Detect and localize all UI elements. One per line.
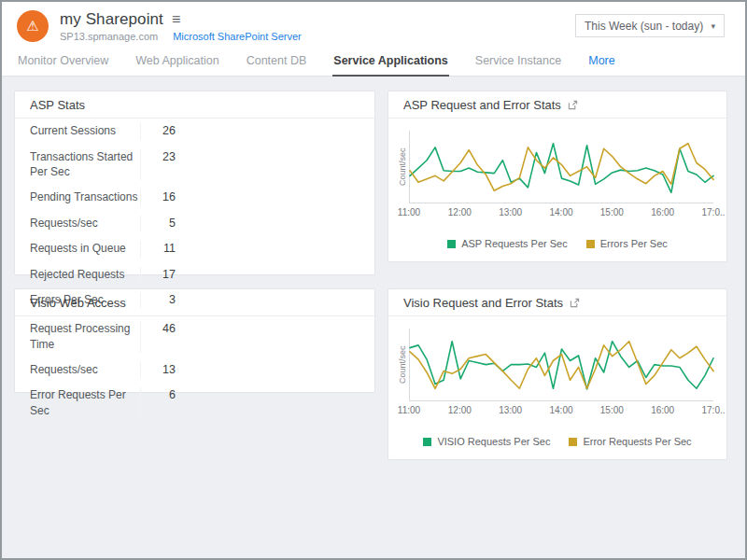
- legend-label: VISIO Requests Per Sec: [437, 436, 550, 447]
- visio-request-error-chart-card: Visio Request and Error Stats Count/sec …: [388, 288, 727, 460]
- stat-label: Requests/sec: [30, 216, 140, 232]
- stat-label: Error Requests Per Sec: [30, 387, 140, 419]
- visio-chart-title: Visio Request and Error Stats: [403, 296, 563, 310]
- tab-more[interactable]: More: [587, 46, 615, 76]
- x-tick-label: 17:0..: [701, 405, 725, 415]
- x-tick-label: 15:00: [600, 405, 624, 415]
- stat-row: Pending Transactions16: [15, 185, 374, 211]
- x-tick-label: 14:00: [549, 207, 572, 217]
- charts-column: ASP Request and Error Stats Count/sec 11…: [388, 91, 727, 460]
- stat-label: Rejected Requests: [30, 267, 140, 284]
- dashboard-content: ASP Stats Current Sessions26Transactions…: [2, 77, 745, 474]
- chevron-down-icon: ▾: [711, 21, 715, 31]
- x-tick-label: 17:0..: [701, 207, 725, 217]
- stat-label: Current Sessions: [30, 123, 140, 140]
- stat-value: 46: [140, 321, 181, 353]
- legend-label: ASP Requests Per Sec: [461, 238, 568, 249]
- visio-chart-legend: VISIO Requests Per SecError Requests Per…: [388, 427, 726, 459]
- app-window: ⚠ my Sharepoint ≡ SP13.spmanage.com Micr…: [0, 0, 747, 560]
- legend-label: Errors Per Sec: [600, 238, 668, 249]
- page-title: my Sharepoint: [60, 10, 163, 29]
- x-tick-label: 16:00: [651, 405, 674, 415]
- stat-value: 11: [140, 241, 181, 258]
- asp-chart-title: ASP Request and Error Stats: [403, 98, 561, 112]
- x-tick-label: 12:00: [448, 405, 472, 415]
- stat-value: 5: [140, 216, 181, 232]
- stat-value: 26: [140, 123, 181, 140]
- tab-service-applications[interactable]: Service Applications: [332, 46, 449, 77]
- asp-stats-table: Current Sessions26Transactions Started P…: [15, 119, 374, 314]
- legend-swatch: [423, 438, 431, 446]
- stat-value: 17: [140, 267, 181, 284]
- x-tick-label: 13:00: [499, 405, 522, 415]
- top-bar: ⚠ my Sharepoint ≡ SP13.spmanage.com Micr…: [2, 2, 745, 46]
- time-range-select[interactable]: This Week (sun - today) ▾: [575, 14, 725, 37]
- legend-swatch: [569, 438, 577, 446]
- monitor-host: SP13.spmanage.com: [60, 31, 158, 42]
- x-tick-label: 12:00: [448, 207, 472, 217]
- stat-value: 23: [140, 149, 181, 181]
- stat-row: Request Processing Time46: [15, 316, 374, 357]
- stat-row: Requests/sec13: [15, 357, 374, 384]
- legend-swatch: [447, 240, 456, 248]
- x-tick-label: 11:00: [398, 207, 420, 217]
- x-tick-label: 14:00: [549, 405, 572, 415]
- legend-label: Error Requests Per Sec: [583, 436, 691, 447]
- legend-item[interactable]: ASP Requests Per Sec: [447, 238, 568, 249]
- asp-chart-legend: ASP Requests Per SecErrors Per Sec: [388, 229, 726, 261]
- alert-triangle-icon: ⚠: [26, 18, 38, 35]
- time-range-value: This Week (sun - today): [585, 20, 703, 33]
- x-tick-label: 16:00: [651, 207, 674, 217]
- asp-stats-title: ASP Stats: [15, 91, 374, 119]
- stat-value: 13: [140, 362, 181, 379]
- tab-bar: Monitor OverviewWeb ApplicationContent D…: [2, 46, 745, 77]
- stat-label: Requests/sec: [30, 362, 140, 379]
- asp-chart-plot-area: Count/sec 11:0012:0013:0014:0015:0016:00…: [388, 119, 726, 220]
- stat-value: 16: [140, 189, 181, 206]
- tab-monitor-overview[interactable]: Monitor Overview: [17, 46, 109, 76]
- legend-item[interactable]: Errors Per Sec: [586, 238, 668, 249]
- stat-row: Transactions Started Per Sec23: [15, 145, 374, 186]
- x-tick-label: 15:00: [600, 207, 624, 217]
- monitor-status-avatar: ⚠: [17, 10, 49, 42]
- legend-item[interactable]: VISIO Requests Per Sec: [423, 436, 550, 447]
- asp-chart-canvas[interactable]: [409, 131, 713, 203]
- visio-chart-x-axis-ticks: 11:0012:0013:0014:0015:0016:0017:0..: [409, 405, 713, 418]
- asp-chart-x-axis-ticks: 11:0012:0013:0014:0015:0016:0017:0..: [409, 207, 713, 220]
- asp-request-error-chart-card: ASP Request and Error Stats Count/sec 11…: [388, 91, 727, 262]
- stat-row: Requests/sec5: [15, 211, 374, 237]
- legend-swatch: [586, 240, 595, 248]
- tab-service-instance[interactable]: Service Instance: [474, 46, 562, 76]
- visio-web-access-card: Visio Web Access Request Processing Time…: [14, 288, 375, 393]
- visio-web-access-table: Request Processing Time46Requests/sec13E…: [15, 316, 374, 424]
- asp-chart-y-axis-label: Count/sec: [396, 131, 409, 203]
- tab-web-application[interactable]: Web Application: [134, 46, 219, 76]
- stats-column: ASP Stats Current Sessions26Transactions…: [14, 91, 375, 460]
- stat-value: 3: [140, 292, 181, 309]
- stat-row: Rejected Requests17: [15, 262, 374, 288]
- external-link-icon[interactable]: [570, 298, 580, 308]
- stat-label: Request Processing Time: [30, 321, 140, 353]
- x-tick-label: 11:00: [398, 405, 420, 415]
- visio-chart-y-axis-label: Count/sec: [396, 329, 409, 401]
- visio-chart-canvas[interactable]: [409, 329, 713, 401]
- asp-stats-card: ASP Stats Current Sessions26Transactions…: [14, 91, 375, 275]
- tab-content-db[interactable]: Content DB: [246, 46, 308, 76]
- visio-chart-plot-area: Count/sec 11:0012:0013:0014:0015:0016:00…: [388, 316, 726, 418]
- hamburger-menu-icon[interactable]: ≡: [172, 12, 180, 27]
- stat-label: Pending Transactions: [30, 189, 140, 206]
- stat-label: Transactions Started Per Sec: [30, 149, 140, 181]
- external-link-icon[interactable]: [568, 100, 578, 110]
- stat-label: Requests in Queue: [30, 241, 140, 258]
- line-series: [410, 144, 713, 191]
- stat-row: Error Requests Per Sec6: [15, 383, 374, 424]
- stat-value: 6: [140, 387, 181, 419]
- sharepoint-server-link[interactable]: Microsoft SharePoint Server: [173, 31, 302, 42]
- stat-row: Requests in Queue11: [15, 236, 374, 262]
- line-series: [410, 342, 713, 389]
- x-tick-label: 13:00: [499, 207, 522, 217]
- legend-item[interactable]: Error Requests Per Sec: [569, 436, 691, 447]
- stat-row: Current Sessions26: [15, 119, 374, 145]
